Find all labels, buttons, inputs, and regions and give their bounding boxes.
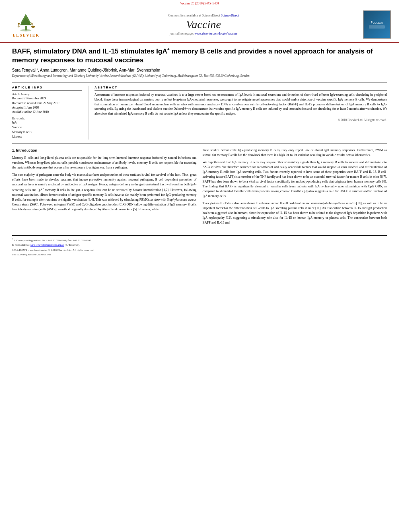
elsevier-tree-icon [14,12,38,32]
article-content: BAFF, stimulatory DNA and IL-15 stimulat… [0,43,399,260]
received-date: Received 2 November 2009 [12,96,82,101]
article-authors: Sara Tengvall*, Anna Lundgren, Marianne … [12,68,387,72]
keywords-label: Keywords: [12,117,82,120]
article-dates: Received 2 November 2009 Received in rev… [12,96,82,114]
svg-text:Vaccine: Vaccine [370,20,383,25]
keyword-1: IgA [12,120,82,125]
article-affiliation: Department of Microbiology and Immunolog… [12,74,387,78]
email-note: E-mail address: sara.tengvall@microbio.g… [12,243,387,247]
abstract-copyright: © 2010 Elsevier Ltd. All rights reserved… [95,118,387,122]
svg-line-9 [32,24,32,26]
main-body-section: 1. Introduction Memory B cells and long-… [12,144,387,228]
journal-homepage-url[interactable]: www.elsevier.com/locate/vaccine [194,32,237,35]
footer-issn: 0264-410X/$ – see front matter © 2010 El… [12,249,387,252]
body-column-right: these studies demonstrate IgG-producing … [203,148,387,228]
keywords-list: IgA Vaccine Memory B cells Mucosa [12,120,82,140]
intro-para-2: The vast majority of pathogens enter the… [12,173,197,212]
right-para-2: We hypothesised that IgA memory B cells … [203,160,387,199]
journal-citation-bar: Vaccine 28 (2010) 5445–5450 [0,0,399,7]
footer-divider [12,231,387,231]
keyword-2: Vaccine [12,125,82,130]
svg-point-4 [18,23,20,25]
history-label: Article history: [12,92,82,96]
abstract-panel: Abstract Assessment of immune responses … [88,86,387,140]
journal-name: Vaccine [44,18,363,31]
abstract-heading: Abstract [95,86,387,90]
revised-date: Received in revised form 27 May 2010 [12,101,82,105]
svg-line-10 [32,24,33,26]
svg-point-8 [31,25,35,27]
author-email[interactable]: sara.tengvall@microbio.gu.se [31,243,64,246]
journal-homepage-line: journal homepage: www.elsevier.com/locat… [44,32,363,35]
abstract-body: Assessment of immune responses induced b… [95,92,387,116]
journal-center: Contents lists available at ScienceDirec… [44,14,363,35]
vaccine-journal-badge: Vaccine [363,10,391,39]
elsevier-wordmark: ELSEVIER [13,33,40,37]
right-para-1: these studies demonstrate IgG-producing … [203,148,387,158]
article-info-heading: Article Info [12,86,82,90]
accepted-date: Accepted 1 June 2010 [12,105,82,110]
journal-citation: Vaccine 28 (2010) 5445–5450 [180,2,219,5]
introduction-heading: 1. Introduction [12,148,197,154]
vaccine-badge-graphic: Vaccine [367,16,387,33]
sciencedirect-url[interactable]: ScienceDirect [221,14,239,17]
available-date: Available online 12 June 2010 [12,110,82,114]
keyword-3: Memory B cells [12,130,82,135]
corresponding-author-note: * * Corresponding author. Tel.: +46 31 7… [12,238,387,243]
svg-rect-16 [369,25,385,29]
elsevier-logo: ELSEVIER [8,12,44,37]
footer-doi: doi:10.1016/j.vaccine.2010.06.001 [12,253,387,256]
right-para-3: The cytokine IL-15 has also been shown t… [203,201,387,225]
article-title: BAFF, stimulatory DNA and IL-15 stimulat… [12,47,387,65]
svg-point-1 [20,29,31,31]
info-abstract-section: Article Info Article history: Received 2… [12,82,387,140]
keyword-4: Mucosa [12,135,82,140]
article-footer: * * Corresponding author. Tel.: +46 31 7… [12,235,387,256]
journal-header: ELSEVIER Contents lists available at Sci… [0,7,399,43]
sciencedirect-link[interactable]: Contents lists available at ScienceDirec… [44,14,363,17]
svg-line-14 [32,23,33,24]
intro-para-1: Memory B cells and long-lived plasma cel… [12,156,197,170]
body-column-left: 1. Introduction Memory B cells and long-… [12,148,197,228]
svg-line-11 [31,23,32,24]
article-info-panel: Article Info Article history: Received 2… [12,86,88,140]
